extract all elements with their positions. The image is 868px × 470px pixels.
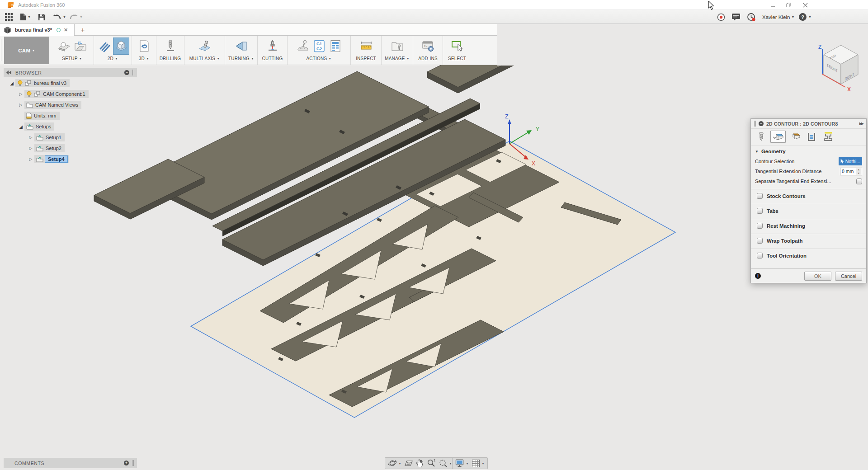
select-button[interactable] <box>449 38 465 55</box>
grid-layout-button[interactable]: ▼ <box>470 458 486 468</box>
ribbon-menu-actions[interactable]: ACTIONS▼ <box>307 56 332 61</box>
tab-heights[interactable] <box>787 131 802 143</box>
bulb-icon[interactable] <box>26 91 32 97</box>
view-cube[interactable]: TOP FRONT RIGHT Z X <box>813 42 867 96</box>
tree-item-setup2[interactable]: ▷ Setup2 <box>4 143 89 154</box>
user-menu[interactable]: Xavier Klein▼ <box>762 10 794 24</box>
tree-item-units[interactable]: Units: mm <box>4 110 89 121</box>
tab-geometry[interactable] <box>770 131 786 143</box>
expander-expanded-icon[interactable]: ◢ <box>17 124 24 129</box>
record-button[interactable] <box>717 12 726 22</box>
dialog-minimize-icon[interactable]: − <box>759 121 764 126</box>
display-settings-button[interactable]: ▼ <box>454 458 470 468</box>
expander-collapsed-icon[interactable]: ▷ <box>17 92 24 96</box>
comments-panel-header[interactable]: COMMENTS + <box>4 458 137 468</box>
stock-contours-checkbox[interactable] <box>757 193 763 199</box>
drill-button[interactable] <box>162 38 179 55</box>
ribbon-menu-multi-axis[interactable]: MULTI-AXIS▼ <box>189 56 220 61</box>
redo-button[interactable]: ▼ <box>69 12 83 22</box>
ribbon-menu-drilling[interactable]: DRILLING <box>160 56 181 61</box>
ribbon-menu-2d[interactable]: 2D▼ <box>108 56 118 61</box>
spinner-arrows[interactable]: ▲▼ <box>856 168 861 175</box>
2d-adaptive-button[interactable] <box>97 38 113 55</box>
turning-button[interactable] <box>233 38 250 55</box>
tangential-extension-value[interactable] <box>840 168 856 175</box>
browser-panel-header[interactable]: BROWSER − <box>4 68 137 77</box>
rest-machining-row[interactable]: Rest Machining <box>751 219 866 232</box>
panel-grip[interactable] <box>132 460 134 466</box>
expander-collapsed-icon[interactable]: ▷ <box>27 146 34 150</box>
ribbon-menu-turning[interactable]: TURNING▼ <box>228 56 254 61</box>
simulate-button[interactable] <box>295 38 311 55</box>
2d-contour-button[interactable] <box>113 38 129 55</box>
new-setup-button[interactable] <box>56 38 72 55</box>
dialog-grip[interactable] <box>754 121 756 127</box>
contour-selection-button[interactable]: Nothi... <box>839 157 862 165</box>
undo-button[interactable]: ▼ <box>52 12 66 22</box>
new-tab-button[interactable]: + <box>78 25 88 35</box>
separate-tangential-checkbox[interactable] <box>856 179 862 184</box>
zoom-button[interactable] <box>425 458 437 468</box>
ribbon-grip[interactable] <box>1 39 3 61</box>
ribbon-menu-select[interactable]: SELECT <box>448 56 466 61</box>
maximize-button[interactable] <box>781 0 797 10</box>
add-ins-button[interactable]: >- <box>420 38 436 55</box>
cutting-button[interactable] <box>264 38 281 55</box>
orbit-button[interactable]: ▼ <box>387 458 403 468</box>
ribbon-menu-3d[interactable]: 3D▼ <box>139 56 149 61</box>
expander-expanded-icon[interactable]: ◢ <box>8 81 15 86</box>
tool-orientation-row[interactable]: Tool Orientation <box>751 249 866 262</box>
ribbon-menu-setup[interactable]: SETUP▼ <box>62 56 82 61</box>
tab-linking[interactable] <box>821 131 836 143</box>
expander-collapsed-icon[interactable]: ▷ <box>27 135 34 140</box>
ribbon-menu-manage[interactable]: MANAGE▼ <box>385 56 410 61</box>
viewport-canvas[interactable]: Z Y X BROWSER − ◢ bureau final v3 ▷ CAM … <box>0 65 868 470</box>
tabs-row[interactable]: Tabs <box>751 204 866 217</box>
tree-item-named-views[interactable]: ▷ CAM Named Views <box>4 99 89 110</box>
tool-library-button[interactable] <box>389 38 406 55</box>
geometry-section-header[interactable]: ▼ Geometry <box>751 146 866 156</box>
cancel-button[interactable]: Cancel <box>835 272 862 281</box>
ok-button[interactable]: OK <box>804 272 831 281</box>
tab-tool[interactable] <box>754 131 769 143</box>
stock-contours-row[interactable]: Stock Contours <box>751 189 866 202</box>
tab-close-icon[interactable]: ✕ <box>64 27 68 33</box>
expander-collapsed-icon[interactable]: ▷ <box>17 103 24 107</box>
close-button[interactable] <box>797 0 813 10</box>
save-button[interactable] <box>38 12 45 22</box>
file-menu-button[interactable]: ▼ <box>20 12 31 22</box>
app-grid-menu-button[interactable] <box>5 12 13 22</box>
job-status-button[interactable] <box>747 12 756 22</box>
tool-orientation-checkbox[interactable] <box>757 253 763 258</box>
comments-expand-icon[interactable]: + <box>124 461 129 465</box>
pan-button[interactable] <box>415 458 425 468</box>
wrap-toolpath-checkbox[interactable] <box>757 238 763 244</box>
model-scene[interactable]: Z Y X <box>0 65 868 470</box>
ribbon-menu-add-ins[interactable]: ADD-INS <box>418 56 438 61</box>
rest-machining-checkbox[interactable] <box>757 223 763 229</box>
info-icon[interactable]: i <box>755 273 761 279</box>
help-menu-button[interactable]: ?▼ <box>798 12 811 22</box>
tree-item-setup1[interactable]: ▷ Setup1 <box>4 132 89 143</box>
setup-sheet-button[interactable] <box>327 38 344 55</box>
tree-item-cam-component[interactable]: ▷ CAM Component:1 <box>4 89 89 99</box>
dialog-expand-icon[interactable]: ▶▶ <box>859 122 863 126</box>
tree-item-root[interactable]: ◢ bureau final v3 <box>4 78 89 89</box>
tree-item-setups[interactable]: ◢ Setups <box>4 121 89 132</box>
multi-axis-button[interactable] <box>197 38 213 55</box>
tab-passes[interactable] <box>804 131 819 143</box>
tree-item-setup4[interactable]: ▷ Setup4 <box>4 154 89 164</box>
look-at-button[interactable] <box>403 458 415 468</box>
3d-pocket-button[interactable] <box>136 38 152 55</box>
wrap-toolpath-row[interactable]: Wrap Toolpath <box>751 234 866 247</box>
ribbon-menu-cutting[interactable]: CUTTING <box>262 56 283 61</box>
bulb-icon[interactable] <box>17 80 23 86</box>
comments-feedback-button[interactable] <box>731 12 741 22</box>
collapse-panel-icon[interactable] <box>6 70 12 75</box>
tabs-checkbox[interactable] <box>757 208 763 214</box>
tangential-extension-input[interactable]: ▲▼ <box>840 168 862 175</box>
minimize-button[interactable] <box>765 0 780 10</box>
document-tab[interactable]: bureau final v3* ✕ <box>0 24 75 36</box>
expander-collapsed-icon[interactable]: ▷ <box>27 157 34 161</box>
ribbon-menu-inspect[interactable]: INSPECT <box>356 56 376 61</box>
